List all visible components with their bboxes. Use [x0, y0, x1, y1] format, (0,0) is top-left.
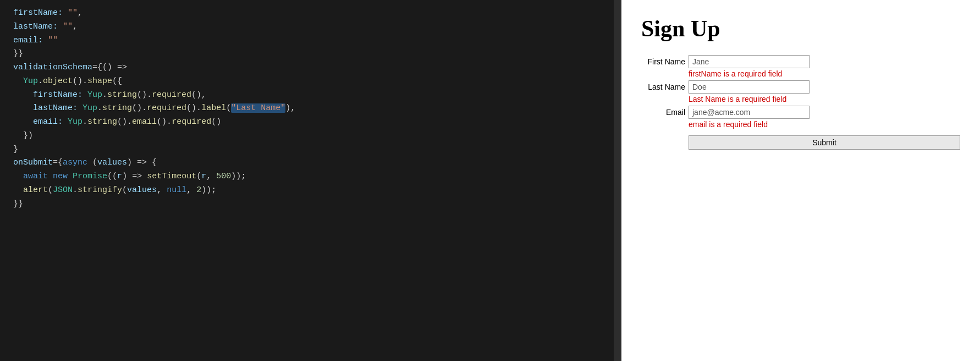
error-email: email is a required field [689, 120, 960, 129]
code-line-l11: } [13, 143, 608, 157]
code-line-l14: alert(JSON.stringify(values, null, 2)); [13, 184, 608, 198]
code-line-l6: Yup.object().shape({ [13, 75, 608, 89]
input-email[interactable] [689, 106, 810, 119]
code-line-l8: lastName: Yup.string().required().label(… [13, 102, 608, 116]
form-row-lastName: Last Name [641, 80, 960, 94]
input-firstName[interactable] [689, 55, 810, 68]
code-line-l5: validationSchema={() => [13, 61, 608, 75]
code-line-l10: }) [13, 129, 608, 143]
error-lastName: Last Name is a required field [689, 95, 960, 103]
code-line-l3: email: "" [13, 34, 608, 48]
form-row-firstName: First Name [641, 55, 960, 68]
input-lastName[interactable] [689, 80, 810, 94]
code-line-l13: await new Promise((r) => setTimeout(r, 5… [13, 170, 608, 184]
code-line-l9: email: Yup.string().email().required() [13, 116, 608, 129]
label-lastName: Last Name [641, 83, 685, 91]
form-fields: First NamefirstName is a required fieldL… [641, 55, 960, 131]
submit-button[interactable]: Submit [689, 135, 960, 150]
label-email: Email [641, 108, 685, 117]
form-title: Sign Up [641, 15, 960, 42]
error-firstName: firstName is a required field [689, 69, 960, 78]
code-line-l12: onSubmit={async (values) => { [13, 156, 608, 170]
signup-form-panel: Sign Up First NamefirstName is a require… [621, 0, 980, 361]
form-row-email: Email [641, 106, 960, 119]
label-firstName: First Name [641, 57, 685, 66]
code-line-l15: }} [13, 198, 608, 211]
code-line-l7: firstName: Yup.string().required(), [13, 89, 608, 102]
code-line-l1: firstName: "", [13, 7, 608, 20]
code-line-l4: }} [13, 47, 608, 61]
code-line-l2: lastName: "", [13, 20, 608, 34]
code-editor: firstName: "",lastName: "",email: ""}}va… [0, 0, 621, 361]
